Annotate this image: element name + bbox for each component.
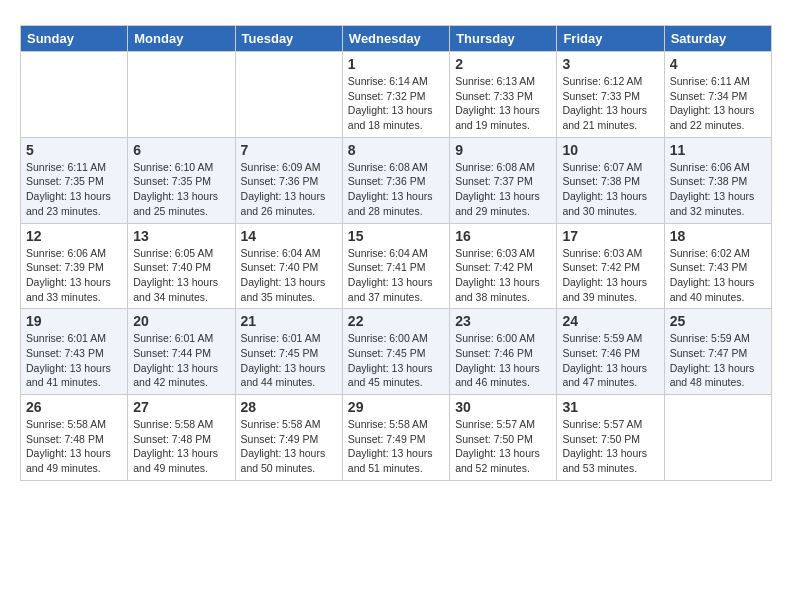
day-number: 12: [26, 228, 122, 244]
day-cell: 22Sunrise: 6:00 AMSunset: 7:45 PMDayligh…: [342, 309, 449, 395]
day-number: 8: [348, 142, 444, 158]
day-number: 24: [562, 313, 658, 329]
day-cell: 13Sunrise: 6:05 AMSunset: 7:40 PMDayligh…: [128, 223, 235, 309]
day-info: Sunrise: 6:04 AMSunset: 7:41 PMDaylight:…: [348, 246, 444, 305]
day-number: 25: [670, 313, 766, 329]
day-number: 4: [670, 56, 766, 72]
day-cell: 6Sunrise: 6:10 AMSunset: 7:35 PMDaylight…: [128, 137, 235, 223]
day-cell: 1Sunrise: 6:14 AMSunset: 7:32 PMDaylight…: [342, 52, 449, 138]
day-info: Sunrise: 5:58 AMSunset: 7:49 PMDaylight:…: [241, 417, 337, 476]
day-cell: 9Sunrise: 6:08 AMSunset: 7:37 PMDaylight…: [450, 137, 557, 223]
day-number: 1: [348, 56, 444, 72]
day-number: 20: [133, 313, 229, 329]
day-info: Sunrise: 6:09 AMSunset: 7:36 PMDaylight:…: [241, 160, 337, 219]
day-number: 6: [133, 142, 229, 158]
day-info: Sunrise: 6:07 AMSunset: 7:38 PMDaylight:…: [562, 160, 658, 219]
day-info: Sunrise: 6:01 AMSunset: 7:44 PMDaylight:…: [133, 331, 229, 390]
day-info: Sunrise: 6:14 AMSunset: 7:32 PMDaylight:…: [348, 74, 444, 133]
day-number: 15: [348, 228, 444, 244]
day-number: 2: [455, 56, 551, 72]
day-cell: 12Sunrise: 6:06 AMSunset: 7:39 PMDayligh…: [21, 223, 128, 309]
day-cell: 15Sunrise: 6:04 AMSunset: 7:41 PMDayligh…: [342, 223, 449, 309]
week-row-2: 5Sunrise: 6:11 AMSunset: 7:35 PMDaylight…: [21, 137, 772, 223]
day-cell: 10Sunrise: 6:07 AMSunset: 7:38 PMDayligh…: [557, 137, 664, 223]
calendar-page: General Blue SundayMondayTuesdayWednesda…: [0, 0, 792, 496]
day-cell: [235, 52, 342, 138]
day-cell: 14Sunrise: 6:04 AMSunset: 7:40 PMDayligh…: [235, 223, 342, 309]
day-info: Sunrise: 5:58 AMSunset: 7:48 PMDaylight:…: [133, 417, 229, 476]
day-info: Sunrise: 5:57 AMSunset: 7:50 PMDaylight:…: [562, 417, 658, 476]
weekday-header-monday: Monday: [128, 26, 235, 52]
day-cell: 20Sunrise: 6:01 AMSunset: 7:44 PMDayligh…: [128, 309, 235, 395]
day-number: 14: [241, 228, 337, 244]
day-info: Sunrise: 6:11 AMSunset: 7:35 PMDaylight:…: [26, 160, 122, 219]
day-cell: 29Sunrise: 5:58 AMSunset: 7:49 PMDayligh…: [342, 395, 449, 481]
weekday-header-thursday: Thursday: [450, 26, 557, 52]
day-cell: 18Sunrise: 6:02 AMSunset: 7:43 PMDayligh…: [664, 223, 771, 309]
calendar-table: SundayMondayTuesdayWednesdayThursdayFrid…: [20, 25, 772, 481]
day-info: Sunrise: 6:00 AMSunset: 7:46 PMDaylight:…: [455, 331, 551, 390]
day-cell: 23Sunrise: 6:00 AMSunset: 7:46 PMDayligh…: [450, 309, 557, 395]
day-info: Sunrise: 6:03 AMSunset: 7:42 PMDaylight:…: [455, 246, 551, 305]
day-cell: 11Sunrise: 6:06 AMSunset: 7:38 PMDayligh…: [664, 137, 771, 223]
day-info: Sunrise: 5:58 AMSunset: 7:49 PMDaylight:…: [348, 417, 444, 476]
weekday-header-wednesday: Wednesday: [342, 26, 449, 52]
day-number: 17: [562, 228, 658, 244]
day-cell: 7Sunrise: 6:09 AMSunset: 7:36 PMDaylight…: [235, 137, 342, 223]
day-cell: 19Sunrise: 6:01 AMSunset: 7:43 PMDayligh…: [21, 309, 128, 395]
weekday-header-sunday: Sunday: [21, 26, 128, 52]
day-number: 28: [241, 399, 337, 415]
day-cell: 5Sunrise: 6:11 AMSunset: 7:35 PMDaylight…: [21, 137, 128, 223]
week-row-3: 12Sunrise: 6:06 AMSunset: 7:39 PMDayligh…: [21, 223, 772, 309]
day-info: Sunrise: 6:12 AMSunset: 7:33 PMDaylight:…: [562, 74, 658, 133]
day-info: Sunrise: 6:13 AMSunset: 7:33 PMDaylight:…: [455, 74, 551, 133]
day-number: 5: [26, 142, 122, 158]
day-cell: 30Sunrise: 5:57 AMSunset: 7:50 PMDayligh…: [450, 395, 557, 481]
day-cell: 16Sunrise: 6:03 AMSunset: 7:42 PMDayligh…: [450, 223, 557, 309]
day-info: Sunrise: 6:04 AMSunset: 7:40 PMDaylight:…: [241, 246, 337, 305]
day-info: Sunrise: 6:06 AMSunset: 7:38 PMDaylight:…: [670, 160, 766, 219]
day-info: Sunrise: 6:06 AMSunset: 7:39 PMDaylight:…: [26, 246, 122, 305]
day-cell: 26Sunrise: 5:58 AMSunset: 7:48 PMDayligh…: [21, 395, 128, 481]
day-number: 7: [241, 142, 337, 158]
day-info: Sunrise: 6:02 AMSunset: 7:43 PMDaylight:…: [670, 246, 766, 305]
day-cell: 28Sunrise: 5:58 AMSunset: 7:49 PMDayligh…: [235, 395, 342, 481]
day-number: 10: [562, 142, 658, 158]
day-info: Sunrise: 6:11 AMSunset: 7:34 PMDaylight:…: [670, 74, 766, 133]
day-number: 23: [455, 313, 551, 329]
day-info: Sunrise: 5:58 AMSunset: 7:48 PMDaylight:…: [26, 417, 122, 476]
day-cell: 27Sunrise: 5:58 AMSunset: 7:48 PMDayligh…: [128, 395, 235, 481]
day-info: Sunrise: 5:57 AMSunset: 7:50 PMDaylight:…: [455, 417, 551, 476]
day-cell: [664, 395, 771, 481]
day-number: 3: [562, 56, 658, 72]
day-info: Sunrise: 6:03 AMSunset: 7:42 PMDaylight:…: [562, 246, 658, 305]
day-info: Sunrise: 5:59 AMSunset: 7:47 PMDaylight:…: [670, 331, 766, 390]
day-cell: 21Sunrise: 6:01 AMSunset: 7:45 PMDayligh…: [235, 309, 342, 395]
day-info: Sunrise: 6:01 AMSunset: 7:45 PMDaylight:…: [241, 331, 337, 390]
day-number: 21: [241, 313, 337, 329]
day-cell: 4Sunrise: 6:11 AMSunset: 7:34 PMDaylight…: [664, 52, 771, 138]
day-number: 9: [455, 142, 551, 158]
day-number: 29: [348, 399, 444, 415]
weekday-header-tuesday: Tuesday: [235, 26, 342, 52]
day-info: Sunrise: 6:08 AMSunset: 7:36 PMDaylight:…: [348, 160, 444, 219]
week-row-5: 26Sunrise: 5:58 AMSunset: 7:48 PMDayligh…: [21, 395, 772, 481]
day-number: 31: [562, 399, 658, 415]
day-info: Sunrise: 6:10 AMSunset: 7:35 PMDaylight:…: [133, 160, 229, 219]
day-cell: [21, 52, 128, 138]
day-number: 30: [455, 399, 551, 415]
day-cell: 2Sunrise: 6:13 AMSunset: 7:33 PMDaylight…: [450, 52, 557, 138]
day-info: Sunrise: 6:01 AMSunset: 7:43 PMDaylight:…: [26, 331, 122, 390]
day-cell: 8Sunrise: 6:08 AMSunset: 7:36 PMDaylight…: [342, 137, 449, 223]
day-cell: 31Sunrise: 5:57 AMSunset: 7:50 PMDayligh…: [557, 395, 664, 481]
day-info: Sunrise: 6:08 AMSunset: 7:37 PMDaylight:…: [455, 160, 551, 219]
day-number: 27: [133, 399, 229, 415]
day-cell: [128, 52, 235, 138]
week-row-1: 1Sunrise: 6:14 AMSunset: 7:32 PMDaylight…: [21, 52, 772, 138]
week-row-4: 19Sunrise: 6:01 AMSunset: 7:43 PMDayligh…: [21, 309, 772, 395]
day-number: 22: [348, 313, 444, 329]
day-info: Sunrise: 5:59 AMSunset: 7:46 PMDaylight:…: [562, 331, 658, 390]
day-number: 11: [670, 142, 766, 158]
day-cell: 3Sunrise: 6:12 AMSunset: 7:33 PMDaylight…: [557, 52, 664, 138]
day-cell: 25Sunrise: 5:59 AMSunset: 7:47 PMDayligh…: [664, 309, 771, 395]
